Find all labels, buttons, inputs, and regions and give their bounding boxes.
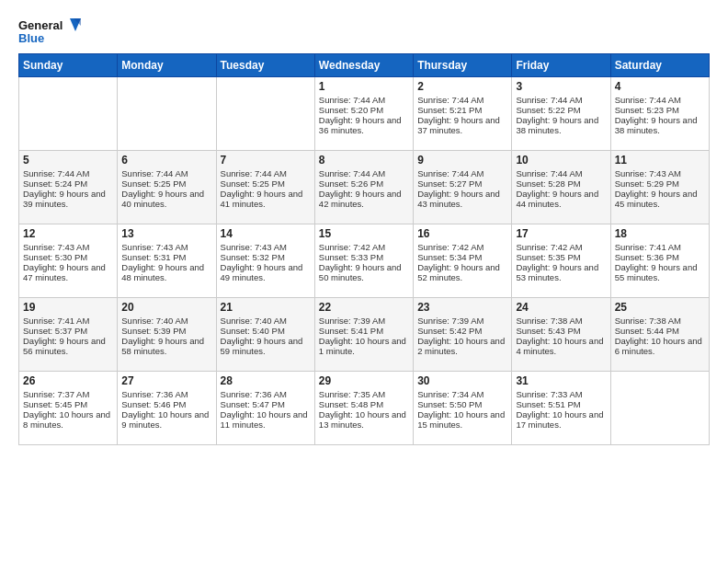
calendar-cell: 25Sunrise: 7:38 AMSunset: 5:44 PMDayligh…	[610, 298, 709, 372]
calendar-cell: 21Sunrise: 7:40 AMSunset: 5:40 PMDayligh…	[216, 298, 314, 372]
day-info: Sunset: 5:34 PM	[417, 252, 507, 262]
day-info: Sunset: 5:51 PM	[516, 399, 606, 409]
day-info: Sunset: 5:32 PM	[221, 252, 311, 262]
day-info: Sunset: 5:29 PM	[615, 178, 705, 189]
day-info: Sunset: 5:44 PM	[615, 326, 705, 336]
calendar-cell: 19Sunrise: 7:41 AMSunset: 5:37 PMDayligh…	[19, 298, 118, 372]
day-info: Sunset: 5:26 PM	[319, 178, 409, 189]
day-number: 15	[319, 227, 409, 240]
calendar-cell: 9Sunrise: 7:44 AMSunset: 5:27 PMDaylight…	[414, 151, 512, 224]
calendar-cell: 7Sunrise: 7:44 AMSunset: 5:25 PMDaylight…	[216, 151, 314, 224]
week-row-4: 19Sunrise: 7:41 AMSunset: 5:37 PMDayligh…	[19, 298, 710, 372]
weekday-header-friday: Friday	[512, 54, 610, 77]
day-info: Sunset: 5:35 PM	[516, 252, 606, 262]
day-info: Sunrise: 7:44 AM	[23, 168, 113, 178]
day-info: Sunrise: 7:43 AM	[221, 242, 311, 252]
day-info: Daylight: 10 hours and 11 minutes.	[221, 409, 311, 430]
day-info: Sunrise: 7:36 AM	[121, 389, 211, 399]
calendar-table: SundayMondayTuesdayWednesdayThursdayFrid…	[18, 53, 710, 445]
calendar-cell: 1Sunrise: 7:44 AMSunset: 5:20 PMDaylight…	[314, 77, 413, 151]
day-info: Sunrise: 7:44 AM	[516, 95, 606, 105]
day-number: 25	[615, 301, 705, 314]
day-number: 22	[319, 301, 409, 314]
day-info: Sunset: 5:28 PM	[516, 178, 606, 189]
calendar-cell: 14Sunrise: 7:43 AMSunset: 5:32 PMDayligh…	[216, 224, 314, 298]
day-info: Sunrise: 7:40 AM	[121, 316, 211, 326]
page-container: General Blue SundayMondayTuesdayWednesda…	[0, 0, 728, 454]
day-info: Sunset: 5:30 PM	[23, 252, 113, 262]
day-info: Sunrise: 7:38 AM	[516, 316, 606, 326]
day-number: 17	[516, 227, 606, 240]
day-info: Sunrise: 7:42 AM	[516, 242, 606, 252]
calendar-cell: 12Sunrise: 7:43 AMSunset: 5:30 PMDayligh…	[19, 224, 118, 298]
day-info: Daylight: 9 hours and 50 minutes.	[319, 262, 409, 282]
day-info: Sunset: 5:24 PM	[23, 178, 113, 189]
weekday-header-sunday: Sunday	[19, 54, 118, 77]
day-info: Daylight: 10 hours and 15 minutes.	[417, 409, 507, 430]
day-info: Sunrise: 7:44 AM	[319, 168, 409, 178]
day-info: Sunset: 5:37 PM	[23, 326, 113, 336]
day-number: 3	[516, 80, 606, 93]
day-info: Daylight: 9 hours and 55 minutes.	[615, 262, 705, 282]
day-number: 9	[417, 154, 507, 167]
day-info: Sunrise: 7:44 AM	[319, 95, 409, 105]
logo-svg: General Blue	[18, 15, 83, 48]
calendar-cell: 5Sunrise: 7:44 AMSunset: 5:24 PMDaylight…	[19, 151, 118, 224]
day-info: Sunset: 5:27 PM	[417, 178, 507, 189]
day-number: 21	[221, 301, 311, 314]
weekday-header-monday: Monday	[118, 54, 216, 77]
day-info: Sunset: 5:43 PM	[516, 326, 606, 336]
weekday-header-thursday: Thursday	[414, 54, 512, 77]
calendar-cell: 11Sunrise: 7:43 AMSunset: 5:29 PMDayligh…	[610, 151, 709, 224]
day-info: Daylight: 10 hours and 9 minutes.	[121, 409, 211, 430]
day-info: Sunset: 5:25 PM	[221, 178, 311, 189]
day-info: Daylight: 10 hours and 17 minutes.	[516, 409, 606, 430]
day-info: Daylight: 9 hours and 41 minutes.	[221, 189, 311, 209]
day-number: 4	[615, 80, 705, 93]
day-number: 18	[615, 227, 705, 240]
calendar-cell: 4Sunrise: 7:44 AMSunset: 5:23 PMDaylight…	[610, 77, 709, 151]
week-row-2: 5Sunrise: 7:44 AMSunset: 5:24 PMDaylight…	[19, 151, 710, 224]
calendar-cell: 3Sunrise: 7:44 AMSunset: 5:22 PMDaylight…	[512, 77, 610, 151]
day-info: Sunset: 5:23 PM	[615, 105, 705, 115]
day-info: Sunrise: 7:35 AM	[319, 389, 409, 399]
calendar-cell: 30Sunrise: 7:34 AMSunset: 5:50 PMDayligh…	[414, 372, 512, 445]
day-number: 30	[417, 374, 507, 387]
day-info: Daylight: 9 hours and 40 minutes.	[121, 189, 211, 209]
day-info: Daylight: 9 hours and 38 minutes.	[516, 115, 606, 135]
day-info: Sunrise: 7:37 AM	[23, 389, 113, 399]
day-info: Sunset: 5:42 PM	[417, 326, 507, 336]
calendar-cell: 18Sunrise: 7:41 AMSunset: 5:36 PMDayligh…	[610, 224, 709, 298]
calendar-cell	[19, 77, 118, 151]
day-number: 1	[319, 80, 409, 93]
calendar-cell: 2Sunrise: 7:44 AMSunset: 5:21 PMDaylight…	[414, 77, 512, 151]
day-info: Daylight: 10 hours and 2 minutes.	[417, 336, 507, 356]
calendar-cell: 22Sunrise: 7:39 AMSunset: 5:41 PMDayligh…	[314, 298, 413, 372]
header: General Blue	[18, 15, 710, 48]
calendar-cell: 16Sunrise: 7:42 AMSunset: 5:34 PMDayligh…	[414, 224, 512, 298]
day-info: Daylight: 9 hours and 43 minutes.	[417, 189, 507, 209]
day-number: 12	[23, 227, 113, 240]
day-info: Daylight: 9 hours and 52 minutes.	[417, 262, 507, 282]
calendar-cell: 8Sunrise: 7:44 AMSunset: 5:26 PMDaylight…	[314, 151, 413, 224]
day-info: Daylight: 10 hours and 13 minutes.	[319, 409, 409, 430]
day-info: Daylight: 10 hours and 8 minutes.	[23, 409, 113, 430]
day-info: Sunset: 5:21 PM	[417, 105, 507, 115]
calendar-cell	[118, 77, 216, 151]
weekday-header-tuesday: Tuesday	[216, 54, 314, 77]
calendar-cell: 31Sunrise: 7:33 AMSunset: 5:51 PMDayligh…	[512, 372, 610, 445]
day-info: Daylight: 9 hours and 37 minutes.	[417, 115, 507, 135]
day-info: Sunrise: 7:40 AM	[221, 316, 311, 326]
day-number: 10	[516, 154, 606, 167]
day-info: Sunrise: 7:44 AM	[516, 168, 606, 178]
day-number: 6	[121, 154, 211, 167]
day-info: Daylight: 10 hours and 1 minute.	[319, 336, 409, 356]
calendar-cell	[610, 372, 709, 445]
week-row-5: 26Sunrise: 7:37 AMSunset: 5:45 PMDayligh…	[19, 372, 710, 445]
calendar-cell: 24Sunrise: 7:38 AMSunset: 5:43 PMDayligh…	[512, 298, 610, 372]
day-info: Sunrise: 7:39 AM	[319, 316, 409, 326]
day-info: Sunrise: 7:43 AM	[23, 242, 113, 252]
day-info: Sunset: 5:31 PM	[121, 252, 211, 262]
day-info: Sunset: 5:48 PM	[319, 399, 409, 409]
day-info: Sunset: 5:25 PM	[121, 178, 211, 189]
